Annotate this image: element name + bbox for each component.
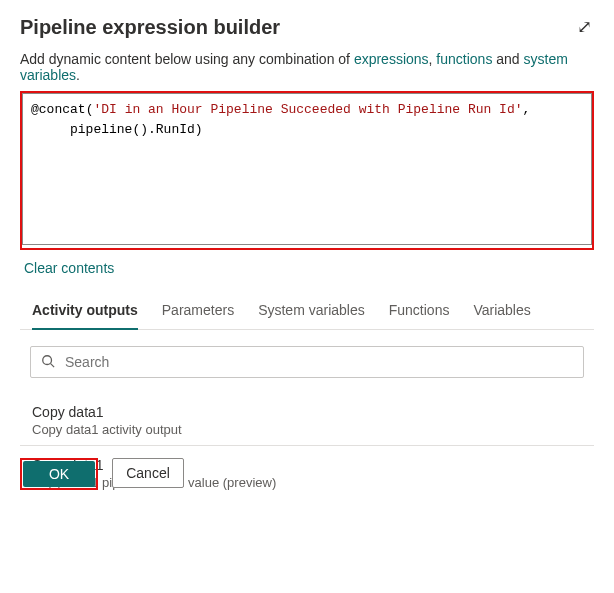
link-expressions[interactable]: expressions — [354, 51, 429, 67]
search-input[interactable] — [63, 353, 573, 371]
expression-editor[interactable] — [22, 93, 592, 245]
list-item-title: Copy data1 — [32, 404, 582, 420]
ok-button-highlight: OK — [20, 458, 98, 490]
list-item-subtitle: Copy data1 activity output — [32, 422, 582, 437]
expand-icon[interactable]: ⤢ — [575, 16, 594, 38]
search-icon — [41, 354, 55, 371]
helper-tabs: Activity outputs Parameters System varia… — [20, 294, 594, 330]
search-box[interactable] — [30, 346, 584, 378]
panel-title: Pipeline expression builder — [20, 16, 280, 39]
intro-sep2: and — [492, 51, 523, 67]
tab-system-variables[interactable]: System variables — [258, 294, 365, 330]
tab-variables[interactable]: Variables — [473, 294, 530, 330]
link-functions[interactable]: functions — [436, 51, 492, 67]
clear-contents-link[interactable]: Clear contents — [24, 260, 114, 276]
intro-suffix: . — [76, 67, 80, 83]
intro-text: Add dynamic content below using any comb… — [20, 51, 594, 83]
cancel-button[interactable]: Cancel — [112, 458, 184, 488]
list-item[interactable]: Copy data1 Copy data1 activity output — [32, 396, 582, 449]
ok-button[interactable]: OK — [23, 461, 95, 487]
footer-actions: OK Cancel — [20, 445, 594, 490]
header-row: Pipeline expression builder ⤢ — [20, 16, 594, 51]
expression-editor-highlight: @concat('DI in an Hour Pipeline Succeede… — [20, 91, 594, 250]
tab-activity-outputs[interactable]: Activity outputs — [32, 294, 138, 330]
svg-line-1 — [51, 363, 55, 367]
svg-point-0 — [43, 355, 52, 364]
intro-prefix: Add dynamic content below using any comb… — [20, 51, 354, 67]
tab-parameters[interactable]: Parameters — [162, 294, 234, 330]
tab-functions[interactable]: Functions — [389, 294, 450, 330]
expression-builder-panel: Pipeline expression builder ⤢ Add dynami… — [0, 0, 614, 502]
